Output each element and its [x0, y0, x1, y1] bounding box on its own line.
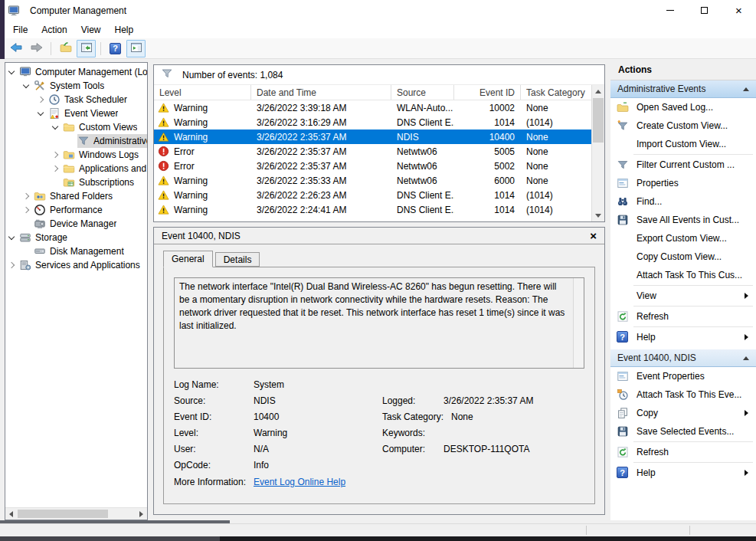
action-refresh-event[interactable]: Refresh: [610, 443, 756, 461]
column-header-event-id[interactable]: Event ID: [454, 85, 521, 100]
tree-item-event-viewer[interactable]: Event Viewer: [5, 107, 147, 120]
event-row[interactable]: Warning3/26/2022 2:35:33 AMNetwtw066000N…: [154, 173, 591, 188]
collapse-icon[interactable]: [743, 356, 749, 360]
tree-horizontal-scrollbar[interactable]: [5, 507, 147, 520]
tree-item-applications-and-services[interactable]: Applications and Se: [5, 162, 147, 175]
window-title: Computer Management: [30, 5, 126, 16]
tree-item-subscriptions[interactable]: Subscriptions: [5, 175, 147, 189]
show-action-pane-button[interactable]: [126, 40, 146, 57]
tree-item-device-manager[interactable]: Device Manager: [5, 217, 147, 231]
action-help-event[interactable]: Help: [610, 464, 756, 482]
action-copy-custom-view[interactable]: Copy Custom View...: [610, 248, 756, 266]
chevron-down-icon[interactable]: [52, 123, 58, 130]
tree-item-task-scheduler[interactable]: Task Scheduler: [5, 93, 147, 107]
tree-item-shared-folders[interactable]: Shared Folders: [5, 189, 147, 203]
close-icon[interactable]: [590, 231, 597, 241]
field-value: None: [451, 411, 473, 422]
event-row[interactable]: Warning3/26/2022 3:16:29 AMDNS Client E.…: [154, 115, 591, 130]
actions-title: Actions: [610, 59, 756, 80]
field-label: Event ID:: [174, 411, 211, 422]
tree-item-custom-views[interactable]: Custom Views: [5, 120, 147, 134]
description-scrollbar[interactable]: [573, 278, 584, 368]
tab-general[interactable]: General: [163, 251, 213, 267]
scroll-down-icon[interactable]: [592, 209, 604, 221]
column-header-level[interactable]: Level: [154, 85, 251, 100]
action-event-properties[interactable]: Event Properties: [610, 367, 756, 385]
scroll-right-icon[interactable]: [139, 511, 143, 517]
event-log-online-help-link[interactable]: Event Log Online Help: [254, 477, 345, 487]
action-attach-task-to-custom-view[interactable]: Attach Task To This Cus...: [610, 266, 756, 284]
forward-button[interactable]: [27, 40, 46, 57]
minimize-button[interactable]: [653, 0, 687, 21]
column-header-source[interactable]: Source: [391, 85, 454, 100]
scroll-up-icon[interactable]: [592, 85, 604, 97]
tree-item-windows-logs[interactable]: Windows Logs: [5, 148, 147, 162]
event-row[interactable]: Error3/26/2022 2:35:37 AMNetwtw065002Non…: [154, 159, 591, 173]
action-refresh[interactable]: Refresh: [610, 307, 756, 326]
actions-section-event-10400-ndis[interactable]: Event 10400, NDIS: [610, 349, 756, 367]
warning-icon: [158, 102, 169, 113]
action-export-custom-view[interactable]: Export Custom View...: [610, 229, 756, 248]
scrollbar-thumb[interactable]: [18, 510, 108, 518]
action-attach-task-to-event[interactable]: Attach Task To This Eve...: [610, 385, 756, 404]
action-save-selected-events[interactable]: Save Selected Events...: [610, 422, 756, 441]
event-detail-title: Event 10400, NDIS: [162, 231, 241, 241]
tab-details[interactable]: Details: [215, 252, 260, 267]
tree-item-computer-management[interactable]: Computer Management (Local: [5, 65, 147, 79]
event-row[interactable]: Warning3/26/2022 2:24:41 AMDNS Client E.…: [154, 202, 591, 217]
menu-file[interactable]: File: [6, 22, 34, 38]
tree-item-performance[interactable]: Performance: [5, 203, 147, 217]
action-properties[interactable]: Properties: [610, 174, 756, 192]
back-button[interactable]: [6, 40, 25, 57]
maximize-button[interactable]: [687, 0, 722, 21]
menu-view[interactable]: View: [74, 22, 108, 38]
action-open-saved-log[interactable]: Open Saved Log...: [610, 98, 756, 116]
performance-icon: [34, 204, 46, 216]
column-header-date[interactable]: Date and Time: [251, 85, 391, 100]
action-find[interactable]: Find...: [610, 192, 756, 211]
desktop-edge: [0, 536, 756, 541]
action-copy[interactable]: Copy: [610, 404, 756, 422]
chevron-right-icon[interactable]: [23, 193, 29, 199]
scrollbar-thumb[interactable]: [593, 98, 604, 143]
field-value: 10400: [254, 411, 279, 422]
show-console-tree-button[interactable]: [77, 40, 96, 57]
chevron-down-icon[interactable]: [38, 110, 44, 116]
collapse-icon[interactable]: [743, 87, 749, 91]
column-header-task-category[interactable]: Task Category: [521, 85, 591, 100]
chevron-down-icon[interactable]: [8, 234, 15, 240]
actions-section-administrative-events[interactable]: Administrative Events: [610, 80, 756, 98]
close-button[interactable]: [722, 0, 756, 21]
event-row-selected[interactable]: Warning3/26/2022 2:35:37 AMNDIS10400None: [154, 130, 591, 144]
action-filter-current-custom-view[interactable]: Filter Current Custom ...: [610, 156, 756, 174]
tree-item-administrative-events[interactable]: Administrative E: [5, 134, 147, 148]
chevron-right-icon[interactable]: [52, 152, 58, 158]
scroll-left-icon[interactable]: [9, 511, 13, 517]
tree-item-system-tools[interactable]: System Tools: [5, 79, 147, 93]
menu-help[interactable]: Help: [108, 22, 141, 38]
chevron-down-icon[interactable]: [23, 82, 29, 88]
chevron-right-icon[interactable]: [52, 166, 58, 172]
event-row[interactable]: Warning3/26/2022 3:39:18 AMWLAN-Auto...1…: [154, 100, 591, 115]
event-row[interactable]: Error3/26/2022 2:35:37 AMNetwtw065005Non…: [154, 144, 591, 159]
field-label: User:: [174, 444, 196, 454]
action-save-all-events[interactable]: Save All Events in Cust...: [610, 211, 756, 229]
action-import-custom-view[interactable]: Import Custom View...: [610, 135, 756, 153]
action-help[interactable]: Help: [610, 328, 756, 346]
chevron-right-icon[interactable]: [23, 207, 29, 213]
tree-item-services-and-applications[interactable]: Services and Applications: [5, 258, 147, 272]
action-create-custom-view[interactable]: Create Custom View...: [610, 116, 756, 135]
chevron-right-icon[interactable]: [8, 262, 15, 268]
action-view[interactable]: View: [610, 287, 756, 305]
menu-action[interactable]: Action: [34, 22, 74, 38]
event-row[interactable]: Warning3/26/2022 2:26:23 AMDNS Client E.…: [154, 188, 591, 202]
help-button[interactable]: [106, 40, 125, 57]
tree-item-storage[interactable]: Storage: [5, 231, 147, 244]
chevron-right-icon[interactable]: [38, 97, 44, 103]
tree-item-disk-management[interactable]: Disk Management: [5, 244, 147, 258]
export-list-button[interactable]: [56, 40, 75, 57]
chevron-down-icon[interactable]: [8, 68, 15, 74]
submenu-arrow-icon: [745, 470, 748, 476]
field-label: Level:: [174, 428, 198, 438]
event-list-scrollbar[interactable]: [591, 85, 604, 221]
